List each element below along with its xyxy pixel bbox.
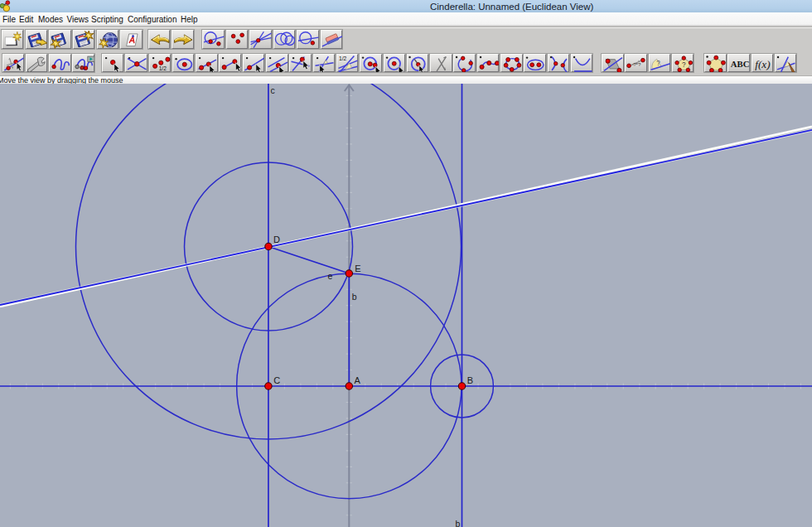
svg-text:1/2: 1/2 xyxy=(158,65,167,71)
svg-text:?*?: ?*? xyxy=(633,61,641,67)
svg-text:b: b xyxy=(352,292,357,302)
svg-text:?: ? xyxy=(656,60,660,67)
svg-text:D: D xyxy=(273,234,280,244)
svg-text:b: b xyxy=(456,519,461,527)
svg-text:A: A xyxy=(355,375,361,385)
svg-text:B: B xyxy=(467,375,473,385)
svg-text:e: e xyxy=(328,271,333,281)
svg-text:f(x): f(x) xyxy=(755,58,770,70)
svg-text:C: C xyxy=(273,375,280,385)
svg-text:1/2: 1/2 xyxy=(339,56,347,61)
svg-text:?: ? xyxy=(682,61,686,69)
svg-text:c: c xyxy=(270,85,274,95)
svg-text:ABC: ABC xyxy=(731,59,750,69)
svg-text:E: E xyxy=(355,264,360,273)
